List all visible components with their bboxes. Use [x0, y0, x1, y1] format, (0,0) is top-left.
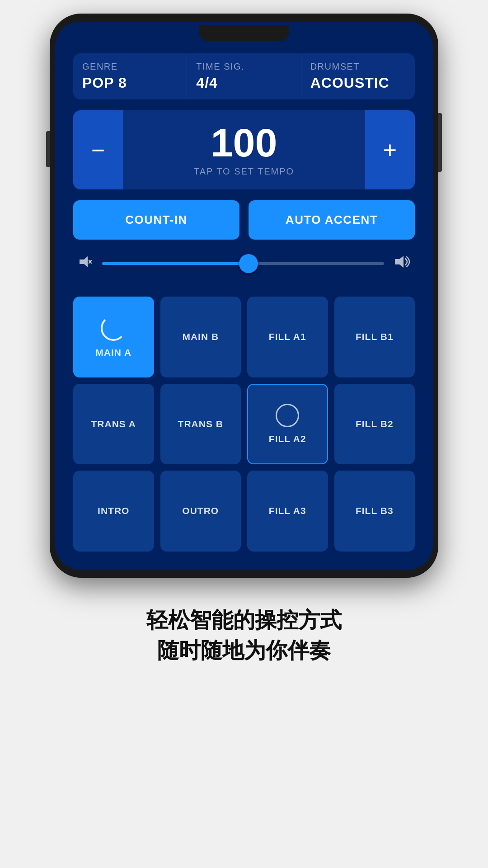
- pad-fill-a1-label: FILL A1: [269, 331, 306, 342]
- pad-fill-b1-label: FILL B1: [356, 331, 394, 342]
- genre-label: GENRE: [82, 61, 178, 72]
- pad-trans-b[interactable]: TRANS B: [160, 384, 241, 465]
- drumset-label: DRUMSET: [310, 61, 406, 72]
- notch-bar: [55, 22, 433, 44]
- pad-main-b-label: MAIN B: [182, 331, 219, 342]
- pad-outro-label: OUTRO: [182, 505, 219, 516]
- count-in-button[interactable]: COUNT-IN: [73, 200, 239, 240]
- rotating-circle-icon: [101, 316, 126, 341]
- phone-shell: GENRE POP 8 TIME SIG. 4/4 DRUMSET ACOUST…: [50, 14, 438, 578]
- auto-accent-button[interactable]: AUTO ACCENT: [249, 200, 415, 240]
- time-sig-value: 4/4: [196, 75, 291, 91]
- genre-selector[interactable]: GENRE POP 8: [73, 53, 187, 99]
- svg-marker-3: [395, 256, 404, 268]
- pad-outro[interactable]: OUTRO: [160, 471, 241, 552]
- pad-fill-b1[interactable]: FILL B1: [334, 297, 415, 377]
- genre-value: POP 8: [82, 75, 178, 91]
- drumset-value: ACOUSTIC: [310, 75, 406, 91]
- volume-slider-fill: [102, 262, 249, 265]
- pad-fill-a3[interactable]: FILL A3: [247, 471, 328, 552]
- tempo-value: 100: [211, 123, 277, 163]
- pad-main-a-label: MAIN A: [95, 347, 131, 358]
- volume-slider-thumb[interactable]: [239, 254, 258, 273]
- circle-icon: [276, 404, 299, 427]
- pad-trans-a[interactable]: TRANS A: [73, 384, 154, 465]
- action-buttons: COUNT-IN AUTO ACCENT: [73, 200, 415, 240]
- side-button-right: [438, 113, 442, 172]
- phone-screen: GENRE POP 8 TIME SIG. 4/4 DRUMSET ACOUST…: [55, 22, 433, 570]
- pad-fill-a1[interactable]: FILL A1: [247, 297, 328, 377]
- pad-fill-b3-label: FILL B3: [356, 505, 394, 516]
- time-sig-selector[interactable]: TIME SIG. 4/4: [187, 53, 301, 99]
- volume-low-icon: [78, 254, 93, 273]
- side-button-left: [46, 131, 50, 167]
- svg-marker-0: [80, 256, 88, 267]
- volume-high-icon: [393, 253, 410, 274]
- caption-line1: 轻松智能的操控方式: [146, 605, 342, 635]
- caption-line2: 随时随地为你伴奏: [146, 635, 342, 665]
- tap-tempo-button[interactable]: 100 TAP TO SET TEMPO: [123, 110, 365, 189]
- tempo-decrement-button[interactable]: −: [73, 110, 123, 189]
- tap-tempo-label: TAP TO SET TEMPO: [194, 166, 294, 177]
- pad-intro-label: INTRO: [98, 505, 129, 516]
- pad-main-a[interactable]: MAIN A: [73, 297, 154, 377]
- app-content: GENRE POP 8 TIME SIG. 4/4 DRUMSET ACOUST…: [55, 44, 433, 570]
- pad-grid: MAIN A MAIN B FILL A1 FILL B1 TRANS A TR…: [73, 297, 415, 552]
- pad-fill-a2[interactable]: FILL A2: [247, 384, 328, 465]
- tempo-section: − 100 TAP TO SET TEMPO +: [73, 110, 415, 189]
- caption: 轻松智能的操控方式 随时随地为你伴奏: [110, 578, 378, 684]
- volume-section: [73, 253, 415, 274]
- time-sig-label: TIME SIG.: [196, 61, 291, 72]
- pad-main-b[interactable]: MAIN B: [160, 297, 241, 377]
- pad-fill-b2-label: FILL B2: [356, 419, 394, 429]
- volume-slider-track[interactable]: [102, 262, 384, 265]
- pad-fill-a2-label: FILL A2: [269, 434, 306, 444]
- pad-intro[interactable]: INTRO: [73, 471, 154, 552]
- drumset-selector[interactable]: DRUMSET ACOUSTIC: [301, 53, 415, 99]
- pad-fill-b3[interactable]: FILL B3: [334, 471, 415, 552]
- tempo-increment-button[interactable]: +: [365, 110, 415, 189]
- pad-trans-a-label: TRANS A: [91, 419, 136, 429]
- pad-fill-b2[interactable]: FILL B2: [334, 384, 415, 465]
- pad-fill-a3-label: FILL A3: [269, 505, 306, 516]
- top-bar: GENRE POP 8 TIME SIG. 4/4 DRUMSET ACOUST…: [73, 53, 415, 99]
- notch: [199, 25, 289, 41]
- pad-trans-b-label: TRANS B: [178, 419, 223, 429]
